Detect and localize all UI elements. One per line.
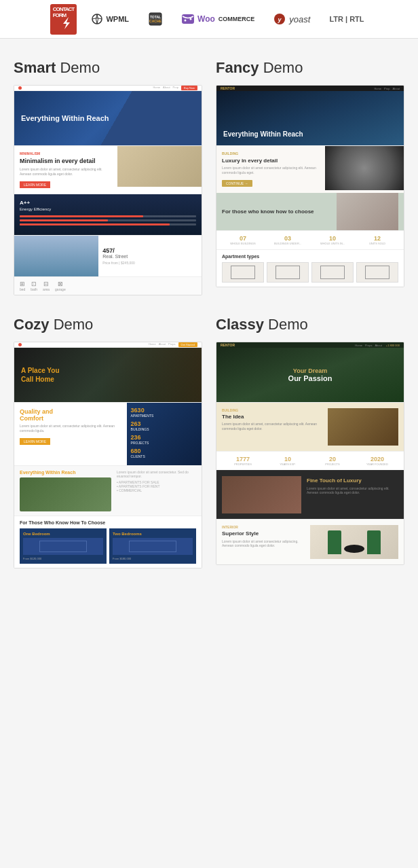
fancy-luxury-section: BUILDING Luxury in every detail Lorem ip…: [216, 145, 404, 193]
classy-nav-link-2: Props: [365, 344, 372, 347]
classy-stat-4: 2020 YEAR FOUNDED: [356, 456, 398, 466]
demo-grid: Smart Demo Home About Prop Buy Now Ev: [14, 59, 404, 568]
classy-idea-title: The Idea: [222, 414, 324, 420]
fancy-stat-1: 07 WHOLE BUILDINGS: [222, 235, 264, 245]
fancy-for-those-img: [337, 193, 398, 230]
smart-energy-line-3: [20, 223, 196, 225]
smart-nav-links: Home About Prop Buy Now: [153, 86, 197, 90]
cozy-choose-title: For Those Who Know How To Choose: [20, 520, 196, 525]
fancy-nav-links: Home Prop About: [374, 87, 400, 90]
commerce-text: COMMERCE: [218, 16, 255, 22]
classy-superior-title: Superior Style: [222, 530, 306, 537]
cozy-hero-text: A Place You Call Home: [21, 366, 60, 384]
smart-minimalism-section: Minimalism Minimalism in every detail Lo…: [14, 145, 202, 194]
ltr-rtl-logo: LTR | RTL: [329, 15, 364, 23]
ltr-rtl-label: LTR | RTL: [329, 15, 364, 23]
fancy-for-those-section: For those who know how to choose: [216, 193, 404, 230]
cozy-reach-img: [20, 477, 111, 511]
classy-luxury-img: [222, 476, 301, 513]
total-cache-logo: TOTAL CACHE: [148, 12, 163, 26]
fancy-luxury-content: BUILDING Luxury in every detail Lorem ip…: [216, 146, 325, 193]
smart-energy-section: A++ Energy Efficiency: [14, 194, 202, 235]
smart-energy-title: A++ Energy Efficiency: [20, 200, 196, 212]
smart-property-street: Real. Street: [102, 254, 197, 259]
cozy-hero-people-overlay: [98, 348, 202, 402]
cozy-demo-preview[interactable]: Home About Props Get Started A Place You…: [14, 342, 202, 568]
classy-superior-content: INTERIOR Superior Style Lorem ipsum dolo…: [222, 525, 306, 559]
svg-text:CACHE: CACHE: [149, 19, 162, 23]
fancy-stats: 07 WHOLE BUILDINGS 03 BUILDINGS UNDER...…: [216, 230, 404, 249]
cozy-nav-link-1: Home: [149, 342, 156, 347]
cozy-choose-plan-1: One Bedroom From $120,000: [20, 528, 107, 564]
cozy-plan-2-meta: From $180,000: [113, 557, 193, 560]
cozy-demo-block[interactable]: Cozy Demo Home About Props Get Started: [14, 316, 202, 568]
fancy-apt-title: Apartment types: [222, 254, 398, 259]
classy-idea-label: BUILDING: [222, 408, 324, 412]
smart-icon-bed: ⊞bed: [20, 281, 25, 291]
smart-minimalism-btn[interactable]: LEARN MORE: [20, 181, 50, 188]
cozy-plan-2-img: [113, 538, 193, 555]
classy-hero-text: Your Dream Our Passion: [288, 367, 332, 382]
svg-text:y: y: [278, 16, 282, 23]
cozy-reach-list: • APARTMENTS FOR SALE• APARTMENTS FOR RE…: [117, 480, 196, 492]
fancy-apt-plan-1: [222, 262, 264, 283]
svg-rect-5: [182, 14, 194, 24]
classy-demo-preview[interactable]: RENTOR Home Props About +1 800 000 Your …: [216, 342, 404, 565]
smart-property-section: 457/ Real. Street Price from | $245,000: [14, 235, 202, 276]
cozy-nav-cta[interactable]: Get Started: [178, 342, 197, 347]
classy-luxury-content: Fine Touch of Luxury Lorem ipsum dolor s…: [305, 476, 398, 513]
classy-chair-1: [328, 530, 341, 554]
cf7-icon: CONTACTFORM: [50, 4, 77, 35]
cozy-choose-section: For Those Who Know How To Choose One Bed…: [14, 516, 202, 568]
fancy-apt-plans: [222, 262, 398, 283]
fancy-demo-preview[interactable]: RENTOR Home Prop About Everything Within…: [216, 85, 404, 287]
wpml-icon: [92, 14, 102, 24]
yoast-text: yoast: [289, 14, 310, 24]
smart-hero-text: Everything Within Reach: [21, 113, 109, 123]
classy-stat-2: 10 YEARS EXP.: [267, 456, 309, 466]
cozy-stat-4: 680 CLIENTS: [131, 448, 197, 458]
cozy-plan-1-meta: From $120,000: [23, 557, 103, 560]
classy-idea-content: BUILDING The Idea Lorem ipsum dolor sit …: [222, 408, 324, 446]
cozy-quality-btn[interactable]: LEARN MORE: [20, 438, 50, 445]
svg-point-6: [185, 20, 187, 22]
cozy-hero: A Place You Call Home: [14, 348, 202, 402]
cozy-choose-plan-2: Two Bedrooms From $180,000: [109, 528, 196, 564]
classy-idea-body: Lorem ipsum dolor sit amet, consectetur …: [222, 422, 324, 431]
cozy-nav-link-2: About: [159, 342, 166, 347]
cozy-quality-title: Quality and Comfort: [20, 408, 121, 422]
main-content: Smart Demo Home About Prop Buy Now Ev: [0, 39, 418, 596]
cozy-quality-section: Quality and Comfort Lorem ipsum dolor si…: [14, 402, 202, 465]
smart-nav-cta[interactable]: Buy Now: [181, 86, 197, 90]
fancy-luxury-label: BUILDING: [222, 151, 320, 156]
svg-point-1: [92, 14, 102, 24]
cozy-stat-2: 263 BUILDINGS: [131, 420, 197, 431]
smart-nav-link-2: About: [163, 86, 170, 90]
fancy-demo-block[interactable]: Fancy Demo RENTOR Home Prop About Everyt…: [216, 59, 404, 295]
fancy-nav-link-1: Home: [374, 87, 381, 90]
smart-minimalism-body: Lorem ipsum dolor sit amet, consectetur …: [20, 167, 112, 177]
yoast-logo: y yoast: [273, 13, 310, 25]
smart-minimalism-content: Minimalism Minimalism in every detail Lo…: [14, 146, 117, 194]
cozy-nav-link-3: Props: [168, 342, 175, 347]
fancy-apt-plan-3: [311, 262, 354, 283]
classy-chair-2: [367, 530, 381, 554]
fancy-luxury-img: [325, 146, 404, 190]
fancy-luxury-btn[interactable]: CONTINUE →: [222, 180, 252, 187]
woocommerce-logo: Woo COMMERCE: [182, 14, 254, 24]
classy-table-group: [344, 531, 364, 553]
smart-demo-block[interactable]: Smart Demo Home About Prop Buy Now Ev: [14, 59, 202, 295]
smart-hero-tagline: Everything Within Reach: [21, 113, 109, 123]
woo-text: Woo: [197, 14, 215, 24]
smart-energy-line-1: [20, 215, 196, 217]
cozy-stat-3: 236 PROJECTS: [131, 434, 197, 445]
smart-minimalism-title: Minimalism in every detail: [20, 158, 112, 164]
cozy-nav: Home About Props Get Started: [14, 342, 202, 348]
fancy-apt-plan-4: [356, 262, 398, 283]
fancy-stat-4: 12 UNITS SOLD: [356, 235, 398, 245]
smart-property-meta: Price from | $245,000: [102, 261, 197, 265]
classy-demo-block[interactable]: Classy Demo RENTOR Home Props About +1 8…: [216, 316, 404, 568]
contactform7-logo: CONTACTFORM: [54, 10, 73, 29]
plugin-bar: CONTACTFORM WPML TOTAL CACHE: [0, 0, 418, 39]
smart-demo-preview[interactable]: Home About Prop Buy Now Everything Withi…: [14, 85, 202, 295]
